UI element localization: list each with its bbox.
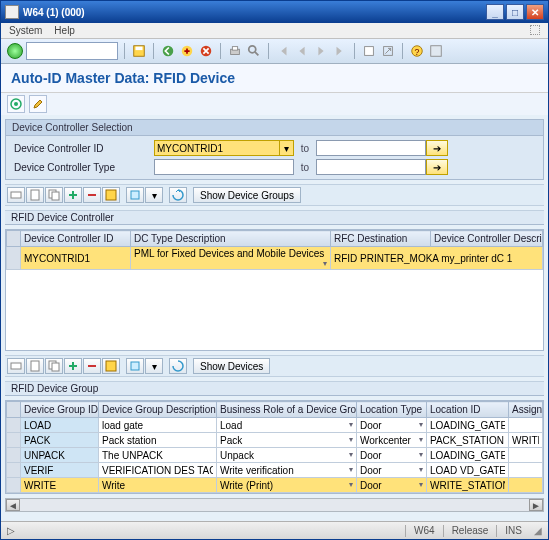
ctrl-col-type[interactable]: DC Type Description (131, 231, 331, 247)
grp-lid-cell[interactable] (427, 463, 509, 478)
grp-ltype-cell[interactable]: Workcenter▾ (357, 433, 427, 448)
dropdown-icon[interactable]: ▾ (419, 465, 423, 474)
grp-ltype-cell[interactable]: Door▾ (357, 448, 427, 463)
dropdown-icon[interactable]: ▾ (349, 420, 353, 429)
ctrl-refresh-icon[interactable] (169, 187, 187, 203)
grp-print-cell[interactable] (509, 478, 543, 493)
grp-lid-cell[interactable] (427, 478, 509, 493)
grp-role-cell[interactable]: Write verification▾ (217, 463, 357, 478)
show-devices-button[interactable]: Show Devices (193, 358, 270, 374)
grp-save-icon[interactable] (102, 358, 120, 374)
grp-export-dd-icon[interactable]: ▾ (145, 358, 163, 374)
close-button[interactable]: ✕ (526, 4, 544, 20)
shortcut-icon[interactable] (380, 43, 396, 59)
next-page-icon[interactable] (313, 43, 329, 59)
dropdown-icon[interactable]: ▾ (349, 435, 353, 444)
grp-export-icon[interactable] (126, 358, 144, 374)
ctrl-create-icon[interactable] (26, 187, 44, 203)
grp-role-cell[interactable]: Unpack▾ (217, 448, 357, 463)
ctrl-insert-icon[interactable] (64, 187, 82, 203)
dropdown-icon[interactable]: ▾ (419, 435, 423, 444)
layout-menu-icon[interactable] (428, 43, 444, 59)
table-row[interactable]: Load▾Door▾ (7, 418, 543, 433)
dc-type-from-input[interactable] (154, 159, 294, 175)
ctrl-delete-icon[interactable] (83, 187, 101, 203)
show-device-groups-button[interactable]: Show Device Groups (193, 187, 301, 203)
status-resize-icon[interactable]: ◢ (534, 525, 542, 536)
dropdown-icon[interactable]: ▾ (349, 480, 353, 489)
dropdown-icon[interactable]: ▾ (419, 420, 423, 429)
edit-button[interactable] (29, 95, 47, 113)
grp-id-cell[interactable] (21, 448, 99, 463)
grp-col-desc[interactable]: Device Group Description (99, 402, 217, 418)
grp-desc-cell[interactable] (99, 418, 217, 433)
prev-page-icon[interactable] (294, 43, 310, 59)
scroll-left-icon[interactable]: ◄ (6, 499, 20, 511)
table-row[interactable]: Write verification▾Door▾ (7, 463, 543, 478)
row-selector[interactable] (7, 247, 21, 270)
grp-desc-cell[interactable] (99, 433, 217, 448)
dc-id-from-input[interactable] (154, 140, 280, 156)
grp-refresh-icon[interactable] (169, 358, 187, 374)
print-icon[interactable] (227, 43, 243, 59)
new-session-icon[interactable] (361, 43, 377, 59)
row-selector[interactable] (7, 463, 21, 478)
ctrl-export-icon[interactable] (126, 187, 144, 203)
ctrl-export-dd-icon[interactable]: ▾ (145, 187, 163, 203)
ctrl-type-cell[interactable]: PML for Fixed Devices and Mobile Devices… (131, 247, 331, 270)
grp-ltype-cell[interactable]: Door▾ (357, 418, 427, 433)
grp-delete-icon[interactable] (83, 358, 101, 374)
grp-create-icon[interactable] (26, 358, 44, 374)
last-page-icon[interactable] (332, 43, 348, 59)
grp-desc-cell[interactable] (99, 478, 217, 493)
grp-display-icon[interactable] (7, 358, 25, 374)
dropdown-icon[interactable]: ▾ (323, 259, 327, 268)
grp-sel-header[interactable] (7, 402, 21, 418)
grp-col-print[interactable]: Assigned Print (509, 402, 543, 418)
grp-col-ltype[interactable]: Location Type (357, 402, 427, 418)
ctrl-col-desc[interactable]: Device Controller Description (431, 231, 543, 247)
menu-system[interactable]: System (9, 25, 42, 36)
grp-lid-cell[interactable] (427, 448, 509, 463)
enter-button[interactable] (7, 43, 23, 59)
grp-role-cell[interactable]: Load▾ (217, 418, 357, 433)
grp-ltype-cell[interactable]: Door▾ (357, 478, 427, 493)
grp-col-role[interactable]: Business Role of a Device Group (217, 402, 357, 418)
command-field[interactable] (26, 42, 118, 60)
grp-col-id[interactable]: Device Group ID (21, 402, 99, 418)
dc-id-f4-icon[interactable]: ▾ (280, 140, 294, 156)
row-selector[interactable] (7, 448, 21, 463)
grp-copy-icon[interactable] (45, 358, 63, 374)
dropdown-icon[interactable]: ▾ (349, 465, 353, 474)
grp-id-cell[interactable] (21, 418, 99, 433)
scroll-right-icon[interactable]: ► (529, 499, 543, 511)
grp-role-cell[interactable]: Pack▾ (217, 433, 357, 448)
grp-id-cell[interactable] (21, 463, 99, 478)
menubar-handle[interactable] (530, 25, 540, 35)
menu-help[interactable]: Help (54, 25, 75, 36)
dropdown-icon[interactable]: ▾ (349, 450, 353, 459)
maximize-button[interactable]: □ (506, 4, 524, 20)
grp-print-cell[interactable] (509, 418, 543, 433)
grp-role-cell[interactable]: Write (Print)▾ (217, 478, 357, 493)
row-selector[interactable] (7, 433, 21, 448)
group-hscroll[interactable]: ◄ ► (5, 498, 544, 512)
dc-id-multiple-button[interactable]: ➔ (426, 140, 448, 156)
grp-lid-cell[interactable] (427, 433, 509, 448)
ctrl-id-cell[interactable] (21, 247, 131, 270)
table-row[interactable]: PML for Fixed Devices and Mobile Devices… (7, 247, 543, 270)
exit-icon[interactable] (179, 43, 195, 59)
dc-type-multiple-button[interactable]: ➔ (426, 159, 448, 175)
grp-print-cell[interactable] (509, 463, 543, 478)
ctrl-sel-header[interactable] (7, 231, 21, 247)
ctrl-display-icon[interactable] (7, 187, 25, 203)
back-icon[interactable] (160, 43, 176, 59)
execute-button[interactable] (7, 95, 25, 113)
cancel-icon[interactable] (198, 43, 214, 59)
dc-type-to-input[interactable] (316, 159, 426, 175)
dc-id-to-input[interactable] (316, 140, 426, 156)
grp-id-cell[interactable] (21, 478, 99, 493)
grp-lid-cell[interactable] (427, 418, 509, 433)
table-row[interactable]: Unpack▾Door▾ (7, 448, 543, 463)
grp-desc-cell[interactable] (99, 463, 217, 478)
